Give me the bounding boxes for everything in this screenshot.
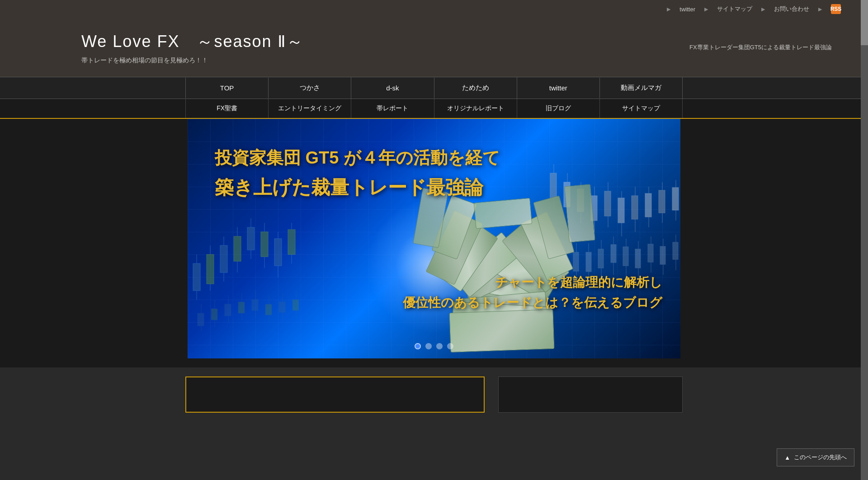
nav-main-list: TOP つかさ d-sk ためため twitter 動画メルマガ (185, 77, 683, 99)
top-bar-arrow-rss: ▶ (818, 6, 822, 12)
hero-text-bottom: チャートを超論理的に解析し 優位性のあるトレードとは？を伝えるブログ (403, 273, 662, 313)
contact-link-label: お問い合わせ (774, 5, 809, 13)
svg-rect-23 (238, 302, 245, 313)
hero-text-main: 投資家集団 GT5 が４年の活動を経て 築き上げた裁量トレード最強論 (215, 146, 500, 201)
svg-rect-5 (220, 245, 227, 273)
svg-rect-29 (279, 302, 285, 312)
nav-sub-item-oldblog[interactable]: 旧ブログ (517, 99, 600, 118)
nav-item-dsk[interactable]: d-sk (351, 78, 434, 98)
twitter-link[interactable]: twitter (679, 6, 695, 13)
hero-text-line4: 優位性のあるトレードとは？を伝えるブログ (403, 293, 662, 313)
svg-rect-17 (198, 313, 204, 326)
slide-dot-2[interactable] (425, 343, 432, 349)
site-title-area: We Love FX ～season Ⅱ～ 帯トレードを極め相場の節目を見極めろ… (81, 31, 304, 65)
svg-rect-73 (673, 242, 678, 259)
sub-nav: FX聖書 エントリータイミング 帯レポート オリジナルレポート 旧ブログ サイト… (0, 99, 868, 119)
svg-rect-19 (211, 309, 217, 320)
svg-rect-3 (207, 254, 214, 284)
main-nav: TOP つかさ d-sk ためため twitter 動画メルマガ (0, 77, 868, 99)
nav-item-tametame[interactable]: ためため (434, 77, 517, 99)
back-to-top-label: このページの先頭へ (794, 453, 847, 461)
hero-text-line2: 築き上げた裁量トレード最強論 (215, 174, 500, 201)
svg-rect-67 (635, 249, 641, 268)
contact-link[interactable]: お問い合わせ (774, 5, 809, 13)
svg-rect-69 (648, 244, 653, 262)
scrollbar[interactable] (861, 0, 868, 480)
nav-sub-item-entry[interactable]: エントリータイミング (269, 99, 351, 118)
nav-sub-list: FX聖書 エントリータイミング 帯レポート オリジナルレポート 旧ブログ サイト… (185, 99, 683, 118)
nav-sub-item-bible[interactable]: FX聖書 (185, 99, 269, 118)
content-wrapper (185, 367, 683, 431)
top-bar: ▶ twitter ▶ サイトマップ ▶ お問い合わせ ▶ RSS (0, 0, 868, 18)
back-to-top-button[interactable]: ▲ このページの先頭へ (777, 448, 854, 466)
sitemap-link[interactable]: サイトマップ (717, 5, 752, 13)
scrollbar-thumb[interactable] (861, 0, 868, 45)
nav-sub-item-sitemap[interactable]: サイトマップ (600, 99, 683, 118)
top-bar-arrow-contact: ▶ (761, 6, 765, 12)
nav-sub-item-report[interactable]: 帯レポート (351, 99, 434, 118)
hero-bottom-bar (0, 358, 868, 367)
svg-rect-7 (234, 236, 241, 261)
svg-rect-47 (645, 193, 651, 217)
slide-dot-3[interactable] (436, 343, 443, 349)
svg-rect-21 (225, 304, 231, 316)
svg-rect-51 (672, 188, 679, 210)
svg-rect-25 (252, 300, 258, 311)
svg-rect-71 (660, 246, 665, 264)
slide-dots (415, 343, 453, 349)
nav-sub-item-original[interactable]: オリジナルレポート (434, 99, 517, 118)
svg-rect-27 (265, 304, 272, 315)
svg-rect-65 (623, 247, 628, 266)
hero-text-line1: 投資家集団 GT5 が４年の活動を経て (215, 146, 500, 170)
svg-rect-45 (632, 196, 638, 219)
top-bar-arrow-sitemap: ▶ (704, 6, 708, 12)
slide-dot-1[interactable] (415, 343, 421, 349)
svg-rect-11 (261, 232, 268, 257)
nav-item-twitter[interactable]: twitter (517, 78, 600, 98)
sitemap-link-label: サイトマップ (717, 5, 752, 13)
bottom-content-right (498, 376, 683, 413)
svg-rect-13 (274, 239, 282, 266)
svg-rect-15 (288, 230, 295, 254)
hero-text-line3: チャートを超論理的に解析し (403, 273, 662, 293)
twitter-link-label: twitter (679, 6, 695, 13)
back-to-top-arrow: ▲ (784, 454, 790, 461)
rss-icon[interactable]: RSS (831, 4, 841, 14)
nav-item-top[interactable]: TOP (185, 78, 269, 98)
nav-item-tsukasa[interactable]: つかさ (269, 77, 351, 99)
bottom-content-left (185, 376, 485, 413)
site-header: We Love FX ～season Ⅱ～ 帯トレードを極め相場の節目を見極めろ… (0, 18, 868, 77)
header-tagline: FX専業トレーダー集団GT5による裁量トレード最強論 (689, 43, 832, 52)
svg-rect-43 (618, 198, 624, 223)
hero-slideshow: 投資家集団 GT5 が４年の活動を経て 築き上げた裁量トレード最強論 チャートを… (188, 119, 680, 358)
svg-rect-49 (659, 190, 665, 213)
svg-rect-31 (292, 300, 299, 311)
slide-dot-4[interactable] (447, 343, 453, 349)
nav-item-video[interactable]: 動画メルマガ (600, 77, 683, 99)
site-title: We Love FX ～season Ⅱ～ (81, 31, 304, 53)
top-bar-arrow-twitter: ▶ (667, 6, 670, 12)
svg-rect-1 (193, 264, 200, 291)
svg-rect-9 (247, 227, 255, 250)
site-subtitle: 帯トレードを極め相場の節目を見極めろ！！ (81, 56, 304, 65)
